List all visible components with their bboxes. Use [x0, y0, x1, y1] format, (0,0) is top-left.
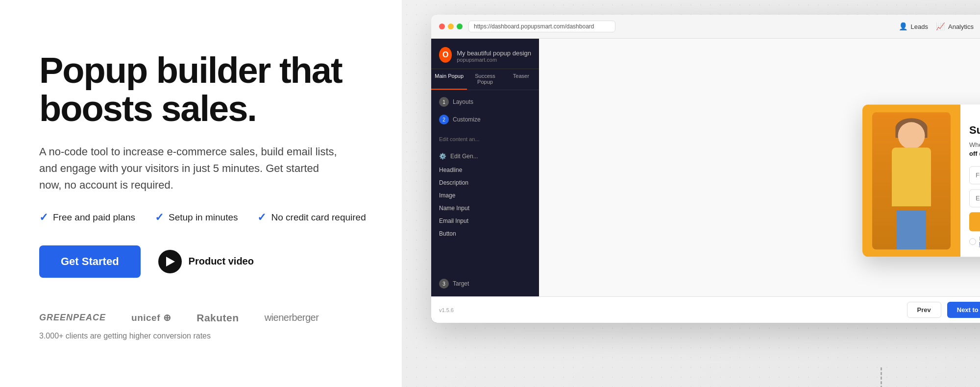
browser-url-bar[interactable]: https://dashboard.popupsmart.com/dashboa… [468, 21, 615, 32]
cta-row: Get Started Product video [39, 245, 372, 278]
feature-label-1: Free and paid plans [53, 212, 135, 223]
dash-logo: O [439, 47, 452, 63]
product-video-button[interactable]: Product video [158, 250, 254, 273]
girl-head [898, 122, 925, 149]
dash-tabs: Main Popup Success Popup Teaser [431, 69, 539, 90]
brand-greenpeace: GREENPEACE [39, 313, 106, 323]
dash-editor-area: ✕ Summer Sale Where can we send your 30%… [539, 39, 980, 323]
step-label-layouts: Layouts [453, 98, 473, 105]
step-number-2: 2 [439, 115, 449, 124]
page-wrapper: Popup builder that boosts sales. A no-co… [0, 0, 980, 387]
check-icon-3: ✓ [257, 211, 266, 224]
dot-red [439, 24, 445, 29]
brand-wienerberger: wienerberger [265, 312, 319, 323]
brand-rakuten: Rakuten [196, 312, 239, 324]
sidebar-name-input[interactable]: Name Input [431, 202, 539, 215]
features-list: ✓ Free and paid plans ✓ Setup in minutes… [39, 211, 372, 224]
feature-label-2: Setup in minutes [169, 212, 238, 223]
step-number-1: 1 [439, 97, 449, 107]
edit-general-label: Edit Gen... [450, 153, 478, 160]
leads-label: Leads [911, 23, 928, 30]
sidebar-edit-general[interactable]: ⚙️ Edit Gen... [431, 149, 539, 164]
sidebar-headline[interactable]: Headline [431, 164, 539, 176]
popup-privacy: I confirm that I've agreed to Privacy Po… [969, 237, 980, 247]
step-label-customize: Customize [453, 116, 481, 123]
feature-item-1: ✓ Free and paid plans [39, 211, 135, 224]
popup-header-area: ✕ Summer Sale Where can we send your 30%… [862, 104, 980, 257]
feature-item-2: ✓ Setup in minutes [155, 211, 238, 224]
browser-nav-icons: 👤 Leads 📈 Analytics A Account [899, 20, 980, 33]
brands-row: GREENPEACE unicef ⊕ Rakuten wienerberger [39, 312, 372, 324]
sidebar-step-target[interactable]: 3 Target [431, 275, 539, 292]
girl-body [892, 147, 931, 206]
gear-icon: ⚙️ [439, 153, 446, 160]
dash-tab-success[interactable]: Success Popup [467, 69, 503, 90]
sidebar-email-input[interactable]: Email Input [431, 215, 539, 227]
sidebar-step-customize[interactable]: 2 Customize [431, 111, 539, 128]
leads-icon: 👤 [899, 22, 908, 31]
play-icon [158, 250, 182, 273]
popup-email-input[interactable] [969, 190, 980, 208]
feature-item-3: ✓ No credit card required [257, 211, 366, 224]
check-icon-2: ✓ [155, 211, 164, 224]
popup-desc-after: discount? [978, 150, 980, 158]
dash-tab-main[interactable]: Main Popup [431, 69, 467, 90]
dash-step-group-1: 1 Layouts 2 Customize [431, 90, 539, 131]
brands-section: GREENPEACE unicef ⊕ Rakuten wienerberger… [39, 312, 372, 340]
clients-tagline: 3.000+ clients are getting higher conver… [39, 332, 372, 340]
analytics-label: Analytics [948, 23, 974, 30]
left-section: Popup builder that boosts sales. A no-co… [0, 0, 402, 387]
hero-title: Popup builder that boosts sales. [39, 51, 372, 127]
hero-subtitle: A no-code tool to increase e-commerce sa… [39, 144, 343, 194]
video-button-label: Product video [189, 256, 254, 267]
right-section: https://dashboard.popupsmart.com/dashboa… [402, 0, 980, 387]
popup-content-side: ✕ Summer Sale Where can we send your 30%… [960, 104, 980, 257]
dash-logo-area: O My beautiful popup design popupsmart.c… [431, 39, 539, 69]
girl-legs [897, 210, 926, 249]
dot-green [457, 24, 463, 29]
dash-bottom-bar: v1.5.6 Prev Next to customize [539, 296, 980, 323]
dash-popup-name: My beautiful popup design [457, 49, 531, 57]
step-label-target: Target [453, 280, 469, 287]
step-number-3: 3 [439, 279, 449, 289]
dash-sidebar: O My beautiful popup design popupsmart.c… [431, 39, 539, 323]
sidebar-step-layouts[interactable]: 1 Layouts [431, 93, 539, 111]
popup-desc-before: Where can we send your [969, 141, 980, 148]
girl-figure [872, 112, 951, 249]
dashed-line-decoration [881, 367, 882, 387]
brand-unicef: unicef ⊕ [131, 312, 171, 323]
analytics-nav-item[interactable]: 📈 Analytics [936, 22, 974, 31]
dash-domain: popupsmart.com [457, 57, 531, 63]
sidebar-image[interactable]: Image [431, 189, 539, 202]
sidebar-description[interactable]: Description [431, 176, 539, 189]
prev-button[interactable]: Prev [907, 302, 941, 318]
dash-tab-teaser[interactable]: Teaser [503, 69, 539, 90]
analytics-icon: 📈 [936, 22, 945, 31]
browser-titlebar: https://dashboard.popupsmart.com/dashboa… [431, 15, 980, 39]
dash-main: ✕ Summer Sale Where can we send your 30%… [539, 39, 980, 323]
popup-sale-desc: Where can we send your 30% off discount? [969, 141, 980, 158]
feature-label-3: No credit card required [271, 212, 366, 223]
popup-cta-button[interactable]: GET MY 30% OFF [969, 213, 980, 232]
dash-sidebar-items: ⚙️ Edit Gen... Headline Description Imag… [431, 145, 539, 244]
popup-sale-title: Summer Sale [969, 124, 980, 137]
browser-mockup: https://dashboard.popupsmart.com/dashboa… [431, 15, 980, 323]
play-triangle [166, 257, 175, 266]
browser-dots [439, 24, 463, 29]
check-icon-1: ✓ [39, 211, 48, 224]
popup-privacy-checkbox[interactable] [969, 239, 976, 245]
popup-image-side [862, 104, 960, 257]
popup-fullname-input[interactable] [969, 167, 980, 185]
leads-nav-item[interactable]: 👤 Leads [899, 22, 928, 31]
dot-yellow [448, 24, 454, 29]
dashboard-content: O My beautiful popup design popupsmart.c… [431, 39, 980, 323]
get-started-button[interactable]: Get Started [39, 245, 141, 278]
next-button[interactable]: Next to customize [947, 302, 980, 318]
dash-edit-section: Edit content an... [431, 131, 539, 145]
popup-preview: ✕ Summer Sale Where can we send your 30%… [862, 104, 980, 257]
sidebar-button[interactable]: Button [431, 227, 539, 240]
